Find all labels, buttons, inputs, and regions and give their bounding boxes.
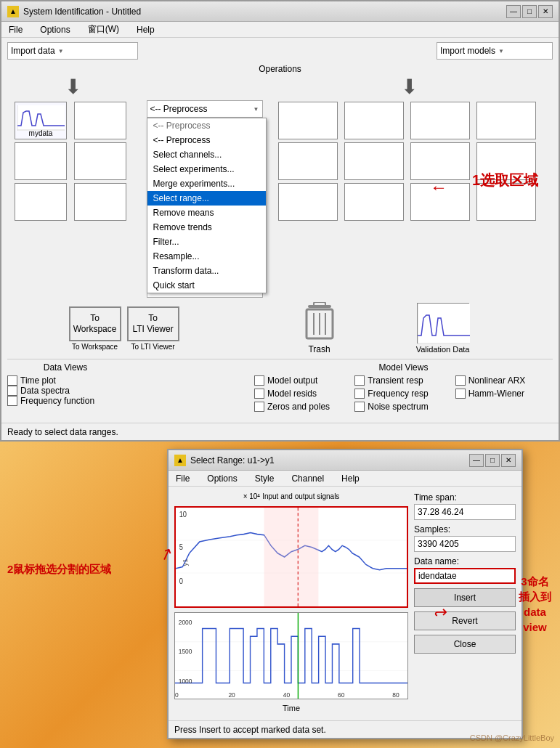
to-lti-button[interactable]: To LTI Viewer bbox=[127, 306, 179, 341]
model-resids-label: Model resids bbox=[267, 389, 317, 399]
sr-menu-file[interactable]: File bbox=[171, 472, 194, 485]
sr-menu-style[interactable]: Style bbox=[251, 472, 279, 485]
model-cell-4[interactable] bbox=[476, 102, 536, 139]
preprocess-dropdown[interactable]: <-- Preprocess ▼ <-- Preprocess <-- Prep… bbox=[147, 100, 263, 118]
menu-remove-means[interactable]: Remove means bbox=[147, 206, 266, 220]
time-span-input[interactable] bbox=[414, 504, 516, 520]
model-resids-checkbox[interactable] bbox=[254, 389, 264, 399]
spacer-middle bbox=[123, 362, 254, 412]
menu-help[interactable]: Help bbox=[132, 23, 159, 36]
import-data-dropdown[interactable]: Import data ▼ bbox=[7, 42, 138, 60]
menu-preprocess-header[interactable]: <-- Preprocess bbox=[147, 118, 266, 133]
model-arrow: ⬇ bbox=[401, 77, 418, 97]
freq-function-label: Frequency function bbox=[20, 396, 94, 406]
sr-status-bar: Press Insert to accept marked data set. bbox=[169, 720, 522, 738]
revert-button[interactable]: Revert bbox=[414, 611, 516, 630]
data-area: ⬇ mydata bbox=[7, 77, 138, 298]
menu-options[interactable]: Options bbox=[36, 23, 74, 36]
model-output-checkbox[interactable] bbox=[254, 375, 264, 386]
menu-transform-data[interactable]: Transform data... bbox=[147, 264, 266, 278]
minimize-button[interactable]: — bbox=[506, 5, 521, 18]
menu-filter[interactable]: Filter... bbox=[147, 235, 266, 249]
noise-spectrum-checkbox[interactable] bbox=[354, 402, 365, 412]
sr-menu-channel[interactable]: Channel bbox=[287, 472, 328, 485]
checkbox-data-spectra: Data spectra bbox=[7, 386, 123, 396]
preprocess-menu: <-- Preprocess <-- Preprocess Select cha… bbox=[147, 118, 267, 293]
nonlinear-arx-checkbox[interactable] bbox=[455, 375, 466, 386]
menu-merge-experiments[interactable]: Merge experiments... bbox=[147, 176, 266, 191]
model-cell-6[interactable] bbox=[344, 142, 404, 180]
to-workspace-button[interactable]: To Workspace bbox=[69, 306, 121, 341]
data-cell-5[interactable] bbox=[15, 183, 67, 221]
time-plot-checkbox[interactable] bbox=[7, 375, 17, 386]
time-span-group: Time span: bbox=[414, 492, 516, 520]
menu-remove-trends[interactable]: Remove trends bbox=[147, 220, 266, 235]
data-spectra-label: Data spectra bbox=[20, 386, 70, 396]
import-models-dropdown[interactable]: Import models ▼ bbox=[437, 42, 553, 60]
data-cell-mydata[interactable]: mydata bbox=[15, 102, 67, 139]
menu-select-experiments[interactable]: Select experiments... bbox=[147, 162, 266, 176]
menu-resample[interactable]: Resample... bbox=[147, 249, 266, 264]
sr-plot-area: × 10⁴ Input and output signals 10 bbox=[174, 492, 408, 732]
model-cell-7[interactable] bbox=[410, 142, 470, 180]
model-cell-5[interactable] bbox=[278, 142, 338, 180]
close-button[interactable]: Close bbox=[414, 635, 516, 654]
checkbox-freq-resp: Frequency resp bbox=[354, 389, 452, 399]
model-cell-10[interactable] bbox=[344, 183, 404, 221]
model-cell-9[interactable] bbox=[278, 183, 338, 221]
samples-group: Samples: bbox=[414, 524, 516, 552]
sr-close-button[interactable]: ✕ bbox=[501, 454, 516, 467]
validation-data-cell[interactable] bbox=[417, 303, 469, 343]
sr-status-text: Press Insert to accept marked data set. bbox=[174, 725, 326, 735]
checkbox-time-plot: Time plot bbox=[7, 375, 123, 386]
freq-resp-checkbox[interactable] bbox=[354, 389, 365, 399]
sr-menu-help[interactable]: Help bbox=[337, 472, 364, 485]
time-plot-label: Time plot bbox=[20, 375, 56, 386]
menu-file[interactable]: File bbox=[4, 23, 27, 36]
zeros-poles-checkbox[interactable] bbox=[254, 402, 264, 412]
samples-input[interactable] bbox=[414, 536, 516, 552]
svg-text:60: 60 bbox=[338, 691, 344, 699]
validation-data-label: Validation Data bbox=[416, 345, 470, 354]
data-cell-3[interactable] bbox=[15, 142, 67, 180]
toolbar: Import data ▼ Import models ▼ bbox=[1, 38, 559, 64]
menu-window[interactable]: 窗口(W) bbox=[84, 22, 123, 37]
svg-rect-9 bbox=[418, 304, 470, 344]
sr-maximize-button[interactable]: □ bbox=[485, 454, 500, 467]
model-cell-2[interactable] bbox=[344, 102, 404, 139]
data-name-input[interactable] bbox=[414, 568, 516, 584]
hamm-wiener-checkbox[interactable] bbox=[455, 389, 466, 399]
checkbox-freq-function: Frequency function bbox=[7, 396, 123, 406]
sr-minimize-button[interactable]: — bbox=[469, 454, 484, 467]
transient-resp-label: Transient resp bbox=[368, 375, 423, 386]
zeros-poles-label: Zeros and poles bbox=[267, 402, 330, 412]
sr-upper-plot[interactable]: 10 5 0 y1 bbox=[174, 506, 408, 608]
svg-rect-0 bbox=[17, 105, 65, 131]
model-views-title: Model Views bbox=[254, 362, 553, 373]
sr-lower-plot[interactable]: 2000 1500 1000 0 20 40 60 80 bbox=[174, 612, 408, 699]
data-cell-4[interactable] bbox=[74, 142, 126, 180]
transient-resp-checkbox[interactable] bbox=[354, 375, 365, 386]
menu-quick-start[interactable]: Quick start bbox=[147, 278, 266, 293]
time-span-label: Time span: bbox=[414, 492, 516, 503]
window-title: System Identification - Untitled bbox=[23, 7, 141, 17]
menu-select-channels[interactable]: Select channels... bbox=[147, 147, 266, 162]
data-spectra-checkbox[interactable] bbox=[7, 386, 17, 396]
maximize-button[interactable]: □ bbox=[522, 5, 537, 18]
menu-select-range[interactable]: Select range... bbox=[147, 191, 266, 206]
lower-plot-svg: 2000 1500 1000 0 20 40 60 80 bbox=[175, 613, 407, 699]
insert-button[interactable]: Insert bbox=[414, 588, 516, 607]
svg-text:0: 0 bbox=[179, 577, 184, 585]
data-cell-6[interactable] bbox=[74, 183, 126, 221]
menu-preprocess[interactable]: <-- Preprocess bbox=[147, 133, 266, 147]
model-cell-3[interactable] bbox=[410, 102, 470, 139]
close-button[interactable]: ✕ bbox=[538, 5, 553, 18]
model-cell-1[interactable] bbox=[278, 102, 338, 139]
freq-function-checkbox[interactable] bbox=[7, 396, 17, 406]
preprocess-dropdown-btn[interactable]: <-- Preprocess ▼ bbox=[147, 100, 263, 118]
sr-menu-options[interactable]: Options bbox=[203, 472, 241, 485]
upper-plot-svg: 10 5 0 y1 bbox=[176, 508, 407, 606]
middle-row: To Workspace To Workspace To LTI Viewer … bbox=[7, 302, 553, 354]
svg-text:5: 5 bbox=[179, 542, 184, 551]
data-cell-2[interactable] bbox=[74, 102, 126, 139]
